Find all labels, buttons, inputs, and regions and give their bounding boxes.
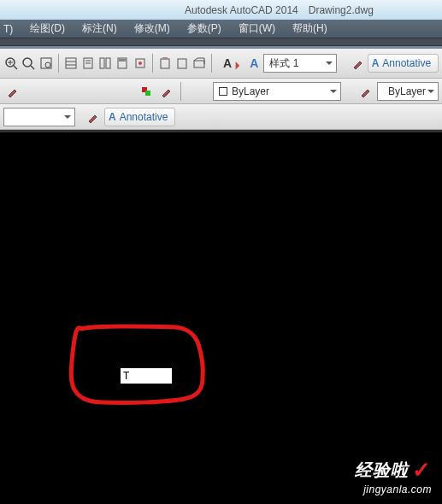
separator: [180, 82, 181, 101]
zoom-extents-icon[interactable]: [21, 54, 36, 73]
brush4-icon[interactable]: [357, 82, 375, 101]
text-style-value: 样式 1: [269, 56, 298, 71]
menu-item-modify[interactable]: 修改(M): [134, 21, 170, 36]
layer-dropdown[interactable]: ByLayer: [213, 82, 341, 101]
svg-rect-8: [66, 58, 76, 68]
svg-rect-15: [106, 58, 110, 68]
menu-item-help[interactable]: 帮助(H): [292, 21, 327, 36]
watermark-text: 经验啦: [355, 459, 409, 482]
annotative-a2-icon: A: [109, 111, 116, 123]
menu-bar: T) 绘图(D) 标注(N) 修改(M) 参数(P) 窗口(W) 帮助(H): [0, 20, 442, 38]
app-title: Autodesk AutoCAD 2014: [185, 4, 298, 16]
layer-color-swap-icon[interactable]: [137, 82, 156, 101]
calculator-icon[interactable]: [115, 54, 130, 73]
annotation-a-icon[interactable]: A: [246, 54, 262, 73]
text-style-dropdown[interactable]: 样式 1: [263, 54, 337, 73]
toolbar-row-1: A A 样式 1 A Annotative: [0, 46, 442, 79]
annotative-label-2: Annotative: [120, 111, 168, 123]
annotative-label: Annotative: [382, 57, 431, 69]
gap: [0, 38, 442, 46]
menu-item-dimension[interactable]: 标注(N): [82, 21, 117, 36]
watermark-url: jingyanla.com: [355, 483, 432, 495]
svg-rect-21: [162, 57, 168, 60]
check-icon: ✓: [412, 457, 432, 483]
watermark: 经验啦 ✓ jingyanla.com: [355, 457, 432, 495]
annotative-button[interactable]: A Annotative: [368, 54, 439, 73]
command-input[interactable]: [121, 368, 172, 384]
block-icon[interactable]: [192, 54, 207, 73]
svg-line-1: [14, 66, 17, 69]
separator: [211, 54, 212, 73]
properties-icon[interactable]: [63, 54, 79, 73]
brush-icon[interactable]: [350, 54, 365, 73]
brush5-icon[interactable]: [84, 108, 103, 126]
zoom-window-icon[interactable]: [38, 54, 54, 73]
layer-value: ByLayer: [232, 85, 269, 97]
title-bar: Autodesk AutoCAD 2014 Drawing2.dwg: [0, 0, 442, 20]
separator: [58, 54, 59, 73]
drawing-canvas[interactable]: 经验啦 ✓ jingyanla.com: [0, 132, 442, 504]
document-name: Drawing2.dwg: [309, 4, 374, 16]
linetype-dropdown[interactable]: ByLayer: [377, 82, 439, 101]
freehand-annotation: [0, 132, 442, 504]
svg-rect-17: [119, 59, 126, 62]
paste-icon[interactable]: [157, 54, 173, 73]
markup-icon[interactable]: [133, 54, 148, 73]
zoom-in-icon[interactable]: [3, 54, 19, 73]
menu-item-draw[interactable]: 绘图(D): [30, 21, 65, 36]
svg-point-19: [138, 62, 142, 65]
brush3-icon[interactable]: [157, 82, 176, 101]
toolbar-row-3: A Annotative: [0, 104, 442, 130]
menu-item-t[interactable]: T): [3, 23, 13, 35]
svg-point-7: [45, 62, 50, 67]
text-style-icon[interactable]: A: [222, 54, 245, 73]
svg-rect-25: [145, 91, 150, 96]
svg-rect-23: [194, 61, 204, 67]
svg-point-4: [23, 58, 32, 67]
clipboard-icon[interactable]: [174, 54, 190, 73]
toolbar-row-2: ByLayer ByLayer: [0, 79, 442, 104]
separator: [152, 54, 153, 73]
svg-rect-22: [178, 59, 186, 68]
menu-item-parametric[interactable]: 参数(P): [187, 21, 221, 36]
sheet-set-icon[interactable]: [80, 54, 96, 73]
brush2-icon[interactable]: [3, 82, 22, 101]
menu-item-window[interactable]: 窗口(W): [239, 21, 275, 36]
annotative-a-icon: A: [372, 57, 380, 69]
svg-rect-14: [100, 58, 104, 68]
linetype-value: ByLayer: [388, 85, 426, 97]
svg-line-5: [31, 66, 34, 69]
annotative-button-2[interactable]: A Annotative: [104, 108, 175, 126]
tool-palettes-icon[interactable]: [97, 54, 113, 73]
layer-color-swatch-icon: [219, 87, 227, 96]
scale-dropdown[interactable]: [3, 108, 75, 126]
svg-rect-20: [161, 59, 169, 68]
